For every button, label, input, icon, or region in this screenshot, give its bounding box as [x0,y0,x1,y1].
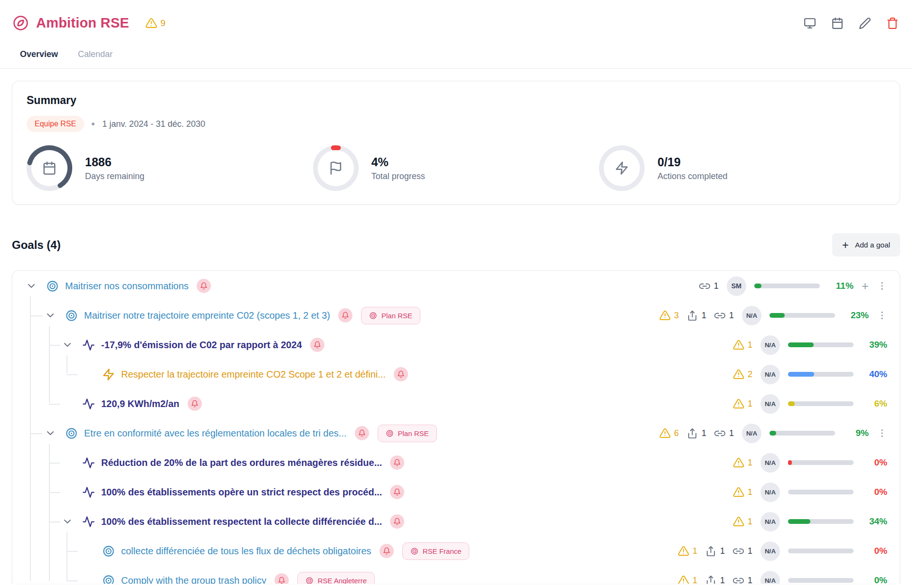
row-warning-badge[interactable]: 1 [678,575,697,584]
row-warning-badge[interactable]: 1 [733,516,752,527]
goal-row: 100% des établissements opère un strict … [12,477,900,507]
chevron-down-icon[interactable] [61,339,74,351]
link-count[interactable]: 1 [733,575,752,584]
bell-icon [278,577,285,584]
total-progress-label: Total progress [371,171,425,181]
header-warning-badge[interactable]: 9 [145,17,166,29]
notification-bell-badge[interactable] [338,308,352,322]
present-button[interactable] [803,17,816,29]
notification-bell-badge[interactable] [390,514,404,529]
progress-percent: 11% [828,281,854,291]
goals-heading: Goals (4) [12,238,61,252]
goal-title[interactable]: Comply with the group trash policy [121,575,266,584]
delete-button[interactable] [886,17,899,29]
plan-tag[interactable]: RSE Angleterre [297,572,375,584]
goal-row: Maitriser nos consommations1SM11%+ [12,271,900,301]
link-icon [714,428,725,439]
goal-title[interactable]: Réduction de 20% de la part des ordures … [101,457,382,468]
warning-icon [733,369,744,380]
target-icon [369,312,377,320]
chevron-down-icon [26,280,37,292]
link-count[interactable]: 1 [714,310,734,321]
actions-completed-label: Actions completed [657,171,727,181]
goal-row: Comply with the group trash policyRSE An… [12,566,900,584]
plan-tag[interactable]: Plan RSE [378,425,437,442]
notification-bell-badge[interactable] [394,367,408,381]
row-menu-button[interactable] [877,428,887,438]
goal-title[interactable]: Etre en conformité avec les réglementati… [84,428,347,439]
row-warning-badge[interactable]: 1 [733,457,752,468]
edit-button[interactable] [858,17,871,29]
goal-title[interactable]: collecte différenciée de tous les flux d… [121,546,371,557]
notification-bell-badge[interactable] [355,426,369,440]
chevron-down-icon[interactable] [44,309,57,322]
notification-bell-badge[interactable] [390,485,404,499]
goal-title[interactable]: Maitriser notre trajectoire empreinte C0… [84,310,330,321]
row-metrics: 111N/A0% [678,571,900,584]
chevron-down-icon[interactable] [44,427,57,439]
share-count-value: 1 [720,576,725,584]
goal-title[interactable]: 120,9 KWh/m2/an [101,398,180,409]
row-warning-badge[interactable]: 1 [678,545,697,557]
plan-tag-label: RSE France [423,547,462,555]
plan-tag[interactable]: RSE France [402,542,470,560]
calendar-button[interactable] [831,17,844,29]
goal-title[interactable]: 100% des établissements opère un strict … [101,487,382,498]
bell-icon [358,429,366,437]
row-warning-badge[interactable]: 1 [733,486,752,498]
plan-tag-label: Plan RSE [381,312,412,320]
ambition-page: Ambition RSE 9 Overview Calendar Summary… [0,0,912,588]
row-warning-badge[interactable]: 1 [733,398,752,409]
progress-fill [770,313,785,318]
tab-overview[interactable]: Overview [20,49,58,59]
notification-bell-badge[interactable] [380,544,394,558]
row-menu-button[interactable] [877,310,887,321]
ambition-logo-icon [12,14,29,32]
share-count[interactable]: 1 [705,575,725,584]
chevron-down-icon[interactable] [25,280,38,292]
notification-bell-badge[interactable] [390,455,404,470]
goal-row: 100% des établissement respectent la col… [12,507,900,536]
link-count-value: 1 [729,311,734,321]
link-count[interactable]: 1 [733,546,752,557]
total-progress-value: 4% [371,155,425,169]
notification-bell-badge[interactable] [310,338,324,352]
tree-connector [30,315,42,316]
na-badge: N/A [760,512,780,531]
goals-card: Maitriser nos consommations1SM11%+Maitri… [12,270,900,584]
avatar[interactable]: SM [727,276,746,296]
warning-count: 1 [748,458,752,468]
bell-icon [314,341,321,349]
notification-bell-badge[interactable] [275,573,289,584]
goal-title[interactable]: Maitriser nos consommations [65,281,189,292]
row-menu-button[interactable] [877,281,887,291]
row-warning-badge[interactable]: 2 [733,369,752,380]
tab-calendar[interactable]: Calendar [78,49,113,59]
link-count[interactable]: 1 [699,281,719,292]
target-icon [305,577,314,584]
warning-icon [145,17,157,29]
notification-bell-badge[interactable] [188,397,202,411]
goal-title[interactable]: -17,9% d'émission de C02 par rapport à 2… [101,340,302,351]
goal-title[interactable]: Respecter la trajectoire empreinte CO2 S… [121,369,386,380]
page-header: Ambition RSE 9 [0,0,912,32]
row-warning-badge[interactable]: 6 [659,427,679,439]
link-count[interactable]: 1 [714,428,734,439]
target-icon [65,309,78,322]
add-goal-button[interactable]: + Add a goal [832,233,900,256]
tree-connector [49,492,60,493]
plan-tag[interactable]: Plan RSE [361,307,420,324]
days-remaining-label: Days remaining [85,171,144,181]
chevron-down-icon[interactable] [61,515,74,528]
na-badge: N/A [760,571,780,584]
row-warning-badge[interactable]: 3 [659,310,679,321]
share-count[interactable]: 1 [687,310,706,321]
share-count[interactable]: 1 [687,428,706,439]
goal-title[interactable]: 100% des établissement respectent la col… [101,516,382,527]
notification-bell-badge[interactable] [197,279,211,293]
share-count[interactable]: 1 [705,546,725,557]
row-warning-badge[interactable]: 1 [733,339,752,351]
add-child-button[interactable]: + [862,280,869,292]
team-badge[interactable]: Equipe RSE [27,116,84,132]
kebab-icon [877,281,887,291]
